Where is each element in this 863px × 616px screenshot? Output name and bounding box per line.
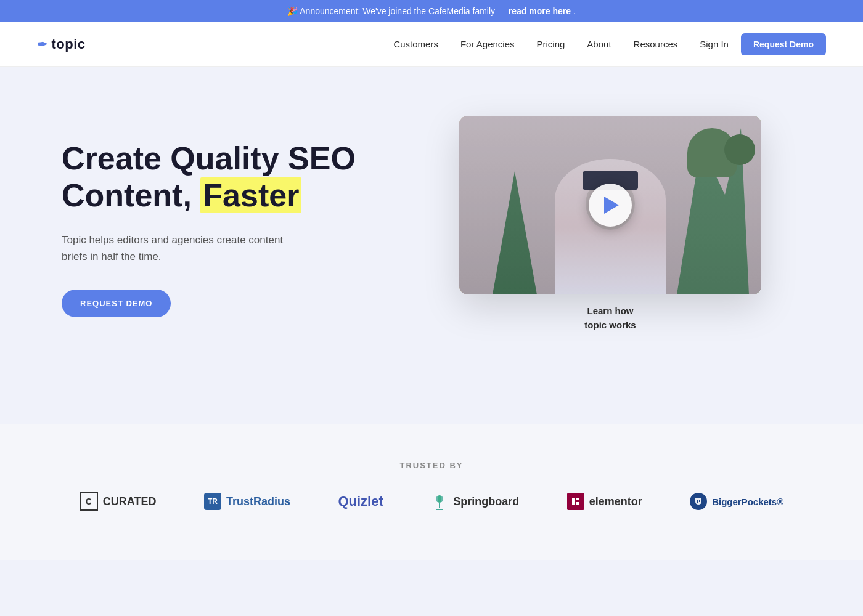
nav-item-pricing[interactable]: Pricing	[537, 39, 565, 50]
svg-rect-5	[576, 498, 579, 500]
curated-text: CURATED	[103, 495, 157, 508]
logo-curated: C CURATED	[80, 492, 157, 511]
hero-section: Create Quality SEO Content, Faster Topic…	[0, 67, 863, 424]
trustradius-icon: TR	[204, 493, 221, 510]
navbar: ✒ topic Customers For Agencies Pricing A…	[0, 22, 863, 67]
trusted-section: TRUSTED BY C CURATED TR TrustRadius Quiz…	[0, 424, 863, 560]
nav-link-resources[interactable]: Resources	[634, 39, 678, 49]
quizlet-text: Quizlet	[338, 493, 383, 509]
nav-link-about[interactable]: About	[587, 39, 611, 49]
play-icon	[604, 197, 619, 214]
springboard-icon	[431, 493, 448, 510]
nav-demo-button[interactable]: Request Demo	[741, 33, 826, 55]
elementor-icon	[567, 493, 584, 510]
logo-icon: ✒	[37, 37, 48, 52]
trusted-label: TRUSTED BY	[62, 461, 801, 470]
nav-link-pricing[interactable]: Pricing	[537, 39, 565, 49]
hero-title: Create Quality SEO Content, Faster	[62, 140, 382, 214]
logo-elementor: elementor	[567, 493, 642, 510]
biggerpockets-logo-svg	[693, 496, 704, 507]
play-button[interactable]	[589, 184, 632, 227]
logo[interactable]: ✒ topic	[37, 36, 86, 52]
elementor-logo-svg	[570, 496, 581, 507]
announcement-link[interactable]: read more here	[509, 6, 571, 16]
nav-link-agencies[interactable]: For Agencies	[460, 39, 515, 49]
hero-title-line1: Create Quality SEO	[62, 140, 356, 176]
announcement-emoji: 🎉	[287, 6, 298, 16]
logo-biggerpockets: BiggerPockets®	[690, 493, 783, 510]
hero-right: Learn how topic works	[419, 116, 801, 332]
nav-links: Customers For Agencies Pricing About Res…	[393, 39, 677, 50]
nav-item-resources[interactable]: Resources	[634, 39, 678, 50]
announcement-text: Announcement: We've joined the CafeMedia…	[300, 6, 509, 16]
curated-icon: C	[80, 492, 98, 511]
nav-link-customers[interactable]: Customers	[393, 39, 438, 49]
elementor-text: elementor	[589, 495, 642, 508]
video-caption-line2: topic works	[584, 320, 636, 330]
logos-row: C CURATED TR TrustRadius Quizlet Springb…	[62, 492, 801, 511]
hero-cta-button[interactable]: REQUEST DEMO	[62, 290, 171, 317]
springboard-text: Springboard	[453, 495, 519, 508]
hero-subtitle: Topic helps editors and agencies create …	[62, 232, 308, 265]
bottom-area	[0, 560, 863, 616]
trustradius-text: TrustRadius	[226, 495, 290, 508]
video-caption: Learn how topic works	[584, 304, 636, 332]
svg-rect-8	[699, 500, 700, 502]
announcement-period: .	[573, 6, 576, 16]
video-caption-line1: Learn how	[587, 306, 633, 316]
svg-rect-4	[572, 498, 575, 505]
video-thumbnail[interactable]	[459, 116, 761, 294]
svg-rect-6	[576, 502, 579, 505]
biggerpockets-icon	[690, 493, 707, 510]
nav-item-customers[interactable]: Customers	[393, 39, 438, 50]
hero-title-line2-prefix: Content,	[62, 177, 200, 213]
signin-link[interactable]: Sign In	[700, 39, 729, 49]
hero-left: Create Quality SEO Content, Faster Topic…	[62, 116, 382, 317]
nav-item-about[interactable]: About	[587, 39, 611, 50]
logo-springboard: Springboard	[431, 493, 519, 510]
announcement-bar: 🎉 Announcement: We've joined the CafeMed…	[0, 0, 863, 22]
svg-point-1	[438, 495, 441, 503]
nav-item-agencies[interactable]: For Agencies	[460, 39, 515, 50]
logo-trustradius: TR TrustRadius	[204, 493, 290, 510]
biggerpockets-text: BiggerPockets®	[712, 496, 783, 507]
hero-title-highlight: Faster	[200, 177, 301, 213]
logo-text: topic	[52, 36, 86, 52]
svg-rect-7	[697, 500, 698, 503]
logo-quizlet: Quizlet	[338, 493, 383, 509]
